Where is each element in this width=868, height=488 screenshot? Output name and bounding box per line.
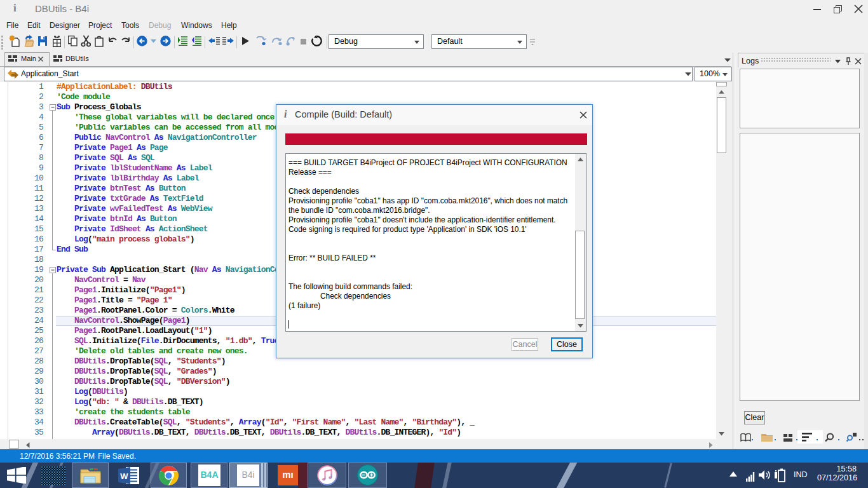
svg-text:W: W <box>120 471 128 481</box>
